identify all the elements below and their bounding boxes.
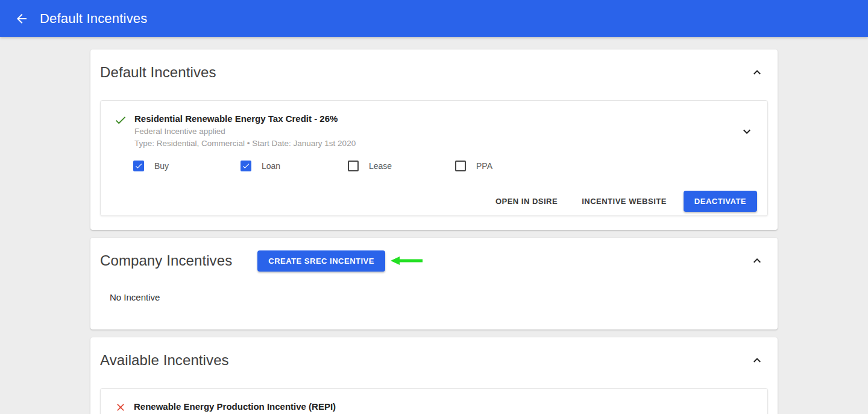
section-title-available-incentives: Available Incentives — [100, 352, 229, 369]
chevron-up-icon — [750, 253, 764, 268]
incentive-item-text: Renewable Energy Production Incentive (R… — [134, 401, 758, 414]
checkbox-box — [241, 161, 251, 171]
incentive-meta: Type: Residential, Commercial • Start Da… — [134, 138, 736, 150]
back-button[interactable] — [10, 7, 34, 31]
incentive-actions: OPEN IN DSIRE INCENTIVE WEBSITE DEACTIVA… — [114, 191, 758, 212]
company-incentives-card: Company Incentives CREATE SREC INCENTIVE… — [90, 238, 778, 330]
checkbox-label: Lease — [369, 161, 392, 171]
checkbox-buy[interactable]: Buy — [133, 161, 241, 171]
open-in-dsire-button[interactable]: OPEN IN DSIRE — [488, 191, 565, 211]
available-incentives-card: Available Incentives Renewable Energy Pr… — [90, 337, 778, 414]
checkbox-label: Loan — [262, 161, 280, 171]
checkbox-loan[interactable]: Loan — [241, 161, 348, 171]
check-icon — [114, 113, 127, 127]
collapse-default-incentives-button[interactable] — [746, 62, 768, 83]
checkbox-label: Buy — [154, 161, 169, 171]
deactivate-button[interactable]: DEACTIVATE — [684, 191, 757, 212]
checkmark-icon — [242, 162, 250, 170]
app-bar: Default Incentives — [0, 0, 868, 37]
arrow-left-icon — [14, 11, 29, 26]
incentive-item-residential-tax-credit: Residential Renewable Energy Tax Credit … — [100, 100, 768, 216]
company-incentives-header: Company Incentives CREATE SREC INCENTIVE — [90, 238, 778, 272]
no-incentive-text: No Incentive — [110, 292, 778, 302]
incentive-title: Residential Renewable Energy Tax Credit … — [134, 113, 736, 125]
incentive-item-summary: Residential Renewable Energy Tax Credit … — [114, 113, 758, 150]
create-srec-incentive-button[interactable]: CREATE SREC INCENTIVE — [257, 250, 385, 272]
collapse-available-incentives-button[interactable] — [746, 349, 768, 371]
incentive-item-repi: Renewable Energy Production Incentive (R… — [100, 388, 768, 414]
checkbox-lease[interactable]: Lease — [348, 161, 455, 171]
checkmark-icon — [134, 162, 143, 170]
app-bar-title: Default Incentives — [40, 11, 147, 27]
checkbox-box — [455, 161, 466, 171]
checkbox-box — [133, 161, 144, 171]
available-incentives-header: Available Incentives — [90, 337, 778, 371]
content: Default Incentives Residential Renewable… — [90, 37, 778, 414]
annotation-arrow-icon — [391, 256, 423, 266]
checkbox-box — [348, 161, 359, 171]
incentive-title: Renewable Energy Production Incentive (R… — [134, 401, 758, 413]
incentive-item-summary: Renewable Energy Production Incentive (R… — [114, 401, 758, 414]
checkbox-label: PPA — [476, 161, 492, 171]
finance-options-row: Buy Loan Lease — [133, 161, 758, 171]
collapse-company-incentives-button[interactable] — [746, 250, 768, 272]
checkbox-ppa[interactable]: PPA — [455, 161, 562, 171]
section-title-company-incentives: Company Incentives — [100, 252, 232, 269]
incentive-item-text: Residential Renewable Energy Tax Credit … — [134, 113, 736, 150]
incentive-subtitle: Federal Incentive applied — [134, 126, 736, 138]
chevron-down-icon — [740, 124, 754, 139]
x-icon — [115, 401, 127, 413]
default-incentives-card: Default Incentives Residential Renewable… — [90, 49, 778, 230]
section-title-default-incentives: Default Incentives — [100, 64, 216, 81]
chevron-up-icon — [750, 353, 764, 368]
default-incentives-header: Default Incentives — [90, 49, 778, 83]
incentive-website-button[interactable]: INCENTIVE WEBSITE — [574, 191, 674, 211]
expand-incentive-button[interactable] — [736, 121, 758, 142]
chevron-up-icon — [750, 65, 764, 80]
